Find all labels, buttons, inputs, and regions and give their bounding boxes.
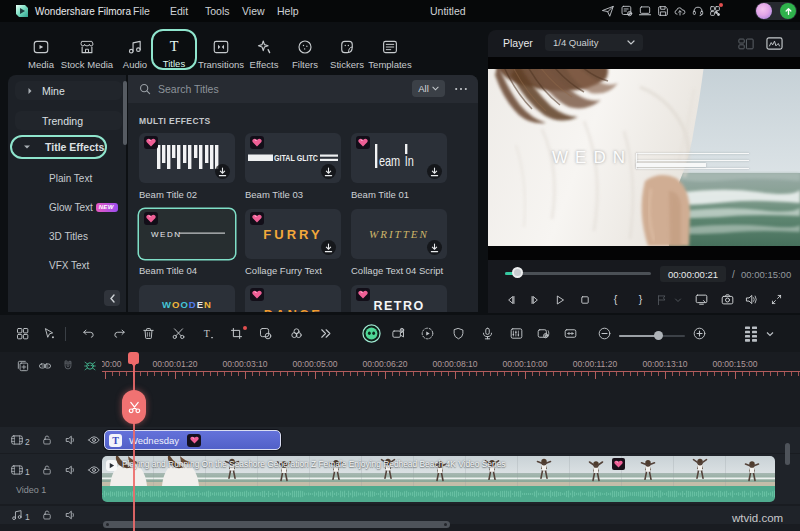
render-preview-button[interactable] [655,293,669,307]
zoom-in-button[interactable] [692,326,707,341]
account-area[interactable] [755,2,797,20]
effect-card[interactable]: RETRO [351,285,447,312]
download-button[interactable] [215,164,230,179]
sidebar-item-title-effects[interactable]: Title Effects [10,135,107,159]
download-button[interactable] [427,240,442,255]
ai-copilot-button[interactable] [362,324,381,343]
effect-card-beam-title-02[interactable] [139,133,235,183]
sidebar-item-glow-text[interactable]: Glow TextNEW [8,196,126,218]
quality-dropdown[interactable]: 1/4 Quality [545,34,643,51]
avatar[interactable] [756,3,772,19]
download-button[interactable] [321,240,336,255]
zoom-out-button[interactable] [597,326,612,341]
timeline-zoom-handle[interactable] [654,331,663,340]
split-view-icon[interactable] [738,37,754,50]
redo-button[interactable] [112,326,127,341]
project-settings-icon[interactable] [620,4,634,18]
play-button[interactable] [553,293,567,307]
effect-card-collage-furry-text[interactable]: FURRY [245,209,341,259]
text-tool-button[interactable]: T [200,326,215,341]
effect-card[interactable]: DANCE [245,285,341,312]
eye-icon[interactable] [87,433,101,447]
sidebar-item-vfx-text[interactable]: VFX Text [8,254,126,276]
lock-icon[interactable] [41,464,53,476]
playhead-handle[interactable] [128,352,139,364]
upgrade-button[interactable] [780,3,796,19]
select-tool-button[interactable] [42,326,57,341]
save-icon[interactable] [656,4,670,18]
eye-icon[interactable] [87,463,101,477]
menu-edit[interactable]: Edit [170,5,188,17]
snapshot-button[interactable] [720,292,735,307]
keyframe-button[interactable] [83,359,97,373]
filter-dropdown[interactable]: All [412,80,445,97]
voiceover-button[interactable] [480,326,495,341]
more-options-button[interactable] [454,84,468,94]
lock-icon[interactable] [41,509,53,521]
effect-card-beam-title-01[interactable]: eam In [351,133,447,183]
volume-button[interactable] [744,292,759,307]
track-manager-button[interactable] [743,325,760,342]
timeline-ruler-row[interactable]: 00:00:0000:00:01:2000:00:03:1000:00:05:0… [0,352,800,385]
search-bar[interactable]: Search Titles All [128,75,478,103]
workspace-icon[interactable] [638,4,652,18]
step-forward-button[interactable] [528,293,542,307]
scopes-icon[interactable] [766,36,783,51]
chevron-down-icon[interactable] [766,331,774,337]
sidebar-scrollbar[interactable] [123,81,127,145]
speaker-icon[interactable] [64,463,78,477]
video-preview[interactable]: WEDN [488,57,800,260]
menu-help[interactable]: Help [277,5,299,17]
sidebar-item-mine[interactable]: Mine [15,81,122,100]
video-clip[interactable]: Playing and Running On the Seashore Gene… [102,456,775,502]
sidebar-item-plain-text[interactable]: Plain Text [8,167,126,189]
snap-magnet-button[interactable] [61,359,75,373]
sidebar-item-trending[interactable]: Trending [15,111,122,130]
playhead-line[interactable] [133,352,135,531]
title-clip-wednesday[interactable]: T Wednesday [104,430,281,450]
speaker-icon[interactable] [64,508,78,522]
support-icon[interactable] [691,4,705,18]
workspace-layout-button[interactable] [15,326,30,341]
seek-handle[interactable] [512,267,523,278]
speaker-icon[interactable] [64,433,78,447]
download-button[interactable] [321,164,336,179]
search-input[interactable]: Search Titles [158,83,219,95]
timeline-ruler[interactable]: 00:00:0000:00:01:2000:00:03:1000:00:05:0… [102,352,800,385]
timeline-vertical-scrollbar[interactable] [785,443,790,465]
menu-tools[interactable]: Tools [205,5,230,17]
effect-card[interactable]: WOODEN [139,285,235,312]
sidebar-collapse-button[interactable] [104,290,120,306]
step-back-button[interactable] [504,293,518,307]
sidebar-item-3d-titles[interactable]: 3D Titles [8,225,126,247]
fit-timeline-button[interactable] [563,326,578,341]
speed-button[interactable] [420,326,435,341]
seek-bar[interactable] [505,272,651,275]
screen-record-button[interactable] [391,326,406,341]
mark-out-button[interactable]: } [633,292,648,307]
tab-templates[interactable]: Templates [359,38,421,72]
split-button[interactable] [171,326,186,341]
lock-icon[interactable] [41,434,53,446]
download-button[interactable] [427,164,442,179]
cloud-upload-icon[interactable] [673,4,687,18]
chroma-key-button[interactable] [289,326,304,341]
split-scissors-button[interactable] [122,390,146,424]
audio-mixer-button[interactable] [509,326,524,341]
crop-button[interactable] [229,326,244,341]
delete-button[interactable] [141,326,156,341]
chevron-down-icon[interactable] [672,294,684,306]
share-icon[interactable] [601,4,615,18]
effect-card-collage-text-04-script[interactable]: WRITTEN [351,209,447,259]
shield-button[interactable] [451,326,466,341]
undo-button[interactable] [81,326,96,341]
insert-track-button[interactable] [16,359,30,373]
timeline-horizontal-scrollbar[interactable] [103,521,450,528]
stop-button[interactable] [578,293,592,307]
mask-button[interactable] [258,326,273,341]
effect-card-beam-title-03[interactable]: GITAL GLITC [245,133,341,183]
mirror-display-button[interactable] [694,292,709,307]
fullscreen-button[interactable] [770,293,783,306]
effect-card-beam-title-04[interactable]: WEDN [139,209,235,259]
more-tools-button[interactable] [318,326,333,341]
